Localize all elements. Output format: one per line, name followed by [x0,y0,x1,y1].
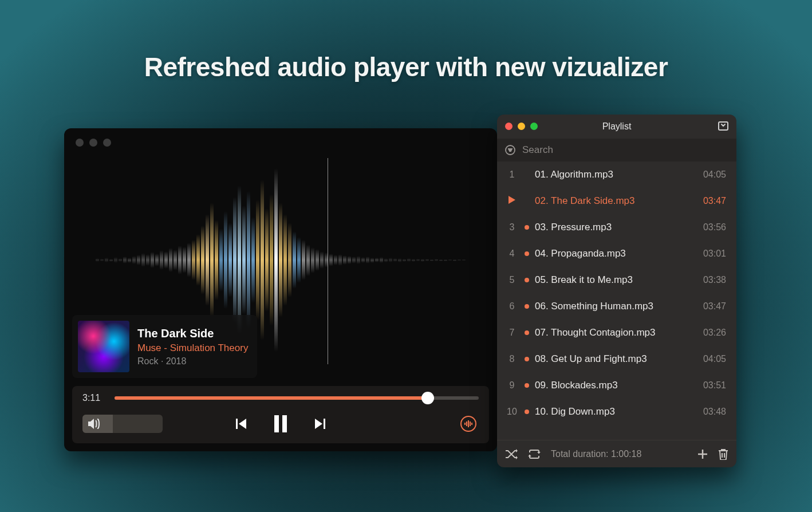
viz-bar [283,214,287,306]
visualizer-toggle-button[interactable] [460,416,476,432]
playlist-row[interactable]: 707. Thought Contagion.mp303:26 [497,320,736,346]
traffic-minimize[interactable] [518,123,525,130]
traffic-dot-zoom[interactable] [103,139,111,147]
track-name: 01. Algorithm.mp3 [535,169,697,180]
playlist-row[interactable]: 101. Algorithm.mp304:05 [497,162,736,188]
viz-bar [444,259,447,261]
playlist-tracks: 101. Algorithm.mp304:0502. The Dark Side… [497,162,736,440]
playing-indicator-icon [505,196,519,206]
viz-bar [228,223,232,297]
viz-bar [256,200,259,320]
playlist-row[interactable]: 02. The Dark Side.mp303:47 [497,188,736,214]
playlist-window: Playlist 101. Algorithm.mp304:0502. The … [497,115,736,467]
track-duration: 04:05 [703,354,726,364]
viz-bar [274,168,278,352]
add-track-button[interactable] [697,449,708,459]
playlist-row[interactable]: 1010. Dig Down.mp303:48 [497,399,736,425]
viz-bar [421,259,424,262]
playlist-row[interactable]: 404. Propaganda.mp303:01 [497,241,736,267]
playlist-row[interactable]: 808. Get Up and Fight.mp304:05 [497,346,736,372]
unplayed-dot-icon [525,225,529,230]
track-index: 10 [505,407,519,417]
viz-bar [302,240,305,280]
viz-bar [178,246,182,274]
track-name: 05. Break it to Me.mp3 [535,274,697,286]
viz-bar [201,226,204,294]
pause-button[interactable] [273,415,288,432]
viz-bar [329,254,333,266]
viz-bar [389,258,392,262]
track-index: 5 [505,275,519,285]
unplayed-dot-icon [525,172,529,177]
popout-button[interactable] [718,121,728,133]
playlist-footer: Total duration: 1:00:18 [497,440,736,467]
playlist-row[interactable]: 505. Break it to Me.mp303:38 [497,267,736,293]
traffic-zoom[interactable] [530,123,538,130]
viz-bar [320,251,324,269]
shuffle-button[interactable] [505,449,518,459]
page-headline: Refreshed audio player with new vizualiz… [0,52,812,82]
unplayed-dot-icon [525,330,529,335]
traffic-dot-close[interactable] [76,139,84,147]
viz-bar [380,257,383,263]
viz-bar [297,237,301,283]
playlist-title: Playlist [602,121,632,132]
repeat-button[interactable] [528,449,541,459]
now-playing-card: The Dark Side Muse - Simulation Theory R… [72,315,257,378]
filter-icon[interactable] [505,145,515,155]
skip-back-icon [234,417,248,431]
viz-bar [224,211,227,309]
track-duration: 03:56 [703,222,726,233]
track-name: 03. Pressure.mp3 [535,222,697,233]
viz-bar [293,231,296,289]
viz-bar [219,229,223,292]
progress-thumb[interactable] [421,392,434,404]
player-traffic-lights [76,139,111,147]
viz-bar [425,259,429,261]
viz-bar [251,217,255,303]
track-name: 07. Thought Contagion.mp3 [535,327,697,338]
viz-bar [265,208,269,312]
track-genre-year: Rock · 2018 [137,356,248,367]
viz-bar [306,245,310,276]
traffic-dot-minimize[interactable] [89,139,97,147]
viz-bar [343,255,346,265]
viz-bar [393,258,397,262]
search-input[interactable] [522,144,728,156]
svg-rect-1 [274,415,279,432]
elapsed-time: 3:11 [82,393,107,403]
playlist-row[interactable]: 909. Blockades.mp303:51 [497,372,736,399]
progress-fill [115,396,428,400]
popout-icon [718,121,728,131]
unplayed-dot-icon [525,357,529,361]
delete-track-button[interactable] [718,448,728,460]
svg-rect-6 [468,420,469,427]
viz-bar [366,257,369,263]
traffic-close[interactable] [505,123,513,130]
svg-rect-4 [464,423,466,425]
viz-bar [348,256,351,264]
playlist-row[interactable]: 303. Pressure.mp303:56 [497,214,736,241]
viz-bar [270,194,273,326]
previous-button[interactable] [234,417,248,431]
unplayed-dot-icon [525,199,529,203]
progress-track[interactable] [115,396,479,400]
playhead-cursor [328,158,328,364]
playlist-row[interactable]: 606. Something Human.mp303:47 [497,293,736,320]
track-duration: 03:47 [703,301,726,312]
svg-rect-7 [470,422,471,426]
trash-icon [718,448,728,460]
pause-icon [273,415,288,432]
track-index: 7 [505,328,519,338]
viz-bar [334,255,337,265]
viz-bar [430,259,433,261]
viz-bar [174,250,177,270]
track-index: 3 [505,222,519,233]
next-button[interactable] [313,417,327,431]
viz-bar [105,258,108,262]
viz-bar [210,203,214,317]
volume-slider[interactable] [82,415,163,433]
track-title: The Dark Side [137,327,248,340]
viz-bar [137,255,140,265]
track-name: 02. The Dark Side.mp3 [535,195,697,207]
